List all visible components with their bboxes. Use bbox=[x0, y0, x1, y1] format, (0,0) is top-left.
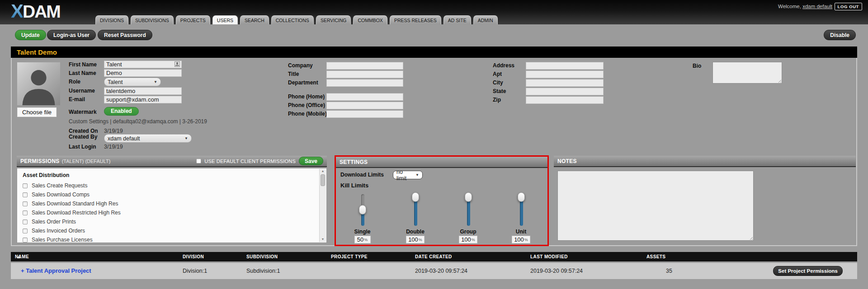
tab-collections[interactable]: COLLECTIONS bbox=[271, 15, 314, 24]
permissions-title: PERMISSIONS bbox=[20, 158, 60, 164]
email-label: E-mail bbox=[69, 96, 85, 103]
last-name-input[interactable] bbox=[104, 69, 182, 77]
choose-file-button[interactable]: Choose file bbox=[17, 107, 57, 117]
permission-item: Sales Download Restricted High Res bbox=[23, 210, 321, 216]
role-select[interactable]: Talent ▼ bbox=[104, 78, 161, 86]
tab-commbox[interactable]: COMMBOX bbox=[353, 15, 387, 24]
column-assets[interactable]: ASSETS bbox=[646, 252, 665, 261]
slider-handle[interactable] bbox=[465, 192, 472, 202]
address-input[interactable] bbox=[526, 62, 604, 70]
project-name-link[interactable]: + Talent Approval Project bbox=[21, 263, 91, 279]
download-limits-label: Download Limits bbox=[340, 172, 384, 178]
permission-label: Sales Download Comps bbox=[32, 191, 90, 198]
scroll-up-icon[interactable]: ▲ bbox=[320, 169, 326, 173]
column-project-type[interactable]: PROJECT TYPE bbox=[331, 252, 368, 261]
permission-checkbox[interactable] bbox=[23, 238, 28, 242]
last-login-value: 3/19/19 bbox=[104, 144, 123, 150]
welcome-text: Welcome, xdam default bbox=[778, 4, 832, 9]
download-limits-select[interactable]: no limit ▼ bbox=[393, 171, 423, 179]
permission-label: Sales Order Prints bbox=[32, 219, 76, 225]
nav-tabs: DIVISIONS SUBDIVISIONS PROJECTS USERS SE… bbox=[95, 15, 498, 24]
created-on-label: Created On bbox=[69, 128, 98, 134]
percent-sign: % bbox=[419, 238, 422, 242]
department-input[interactable] bbox=[326, 79, 403, 87]
watermark-enabled-badge[interactable]: Enabled bbox=[104, 107, 139, 116]
permission-checkbox[interactable] bbox=[23, 192, 28, 197]
phone-office-label: Phone (Office) bbox=[288, 102, 325, 108]
notes-title: NOTES bbox=[557, 158, 577, 164]
username-input[interactable] bbox=[104, 87, 182, 95]
dropdown-arrow-icon: ▼ bbox=[184, 136, 188, 140]
permissions-panel-header: PERMISSIONS (TALENT) (DEFAULT) USE DEFAU… bbox=[17, 156, 327, 167]
reset-password-button[interactable]: Reset Password bbox=[98, 30, 152, 40]
welcome-prefix: Welcome, bbox=[778, 4, 801, 9]
created-by-select[interactable]: xdam default ▼ bbox=[104, 134, 192, 143]
city-input[interactable] bbox=[526, 79, 604, 87]
slider-value-input[interactable]: 100% bbox=[459, 236, 477, 243]
slider-handle[interactable] bbox=[518, 192, 525, 202]
slider-value-input[interactable]: 100% bbox=[512, 236, 530, 243]
notes-panel: NOTES bbox=[554, 156, 856, 243]
notes-textarea[interactable] bbox=[558, 171, 753, 240]
apt-input[interactable] bbox=[526, 70, 604, 78]
bio-textarea[interactable] bbox=[713, 62, 782, 83]
tab-projects[interactable]: PROJECTS bbox=[176, 15, 210, 24]
slider-value-input[interactable]: 50% bbox=[354, 236, 371, 243]
kill-limit-single: Single 50% bbox=[336, 192, 389, 243]
company-input[interactable] bbox=[326, 62, 403, 70]
zip-input[interactable] bbox=[526, 96, 604, 104]
created-by-selected-value: xdam default bbox=[108, 135, 140, 142]
permission-checkbox[interactable] bbox=[23, 228, 28, 233]
column-division[interactable]: DIVISION bbox=[183, 252, 204, 261]
permission-checkbox[interactable] bbox=[23, 219, 28, 224]
save-permissions-button[interactable]: Save bbox=[299, 157, 323, 165]
tab-admin[interactable]: ADMIN bbox=[473, 15, 498, 24]
tab-search[interactable]: SEARCH bbox=[240, 15, 269, 24]
permission-checkbox[interactable] bbox=[23, 183, 28, 188]
permissions-panel: PERMISSIONS (TALENT) (DEFAULT) USE DEFAU… bbox=[17, 156, 327, 243]
permission-checkbox[interactable] bbox=[23, 210, 28, 215]
tab-press-releases[interactable]: PRESS RELEASES bbox=[390, 15, 441, 24]
tab-divisions[interactable]: DIVISIONS bbox=[95, 15, 128, 24]
current-user-link[interactable]: xdam default bbox=[802, 4, 832, 9]
use-default-permissions-checkbox[interactable] bbox=[196, 158, 201, 163]
slider-handle[interactable] bbox=[412, 192, 419, 202]
slider-handle[interactable] bbox=[359, 205, 366, 214]
download-limits-selected-value: no limit bbox=[396, 169, 413, 182]
permissions-scrollbar[interactable]: ▲ ▼ bbox=[319, 169, 326, 242]
first-name-input[interactable] bbox=[104, 61, 182, 68]
set-project-permissions-button[interactable]: Set Project Permissions bbox=[773, 266, 843, 276]
column-date-created[interactable]: DATE CREATED bbox=[415, 252, 452, 261]
column-subdivision[interactable]: SUBDIVISION bbox=[246, 252, 278, 261]
slider-value: 100 bbox=[461, 236, 471, 243]
projects-table-header: NAME▲ DIVISION SUBDIVISION PROJECT TYPE … bbox=[11, 252, 857, 261]
slider-label: Single bbox=[354, 228, 370, 235]
tab-users[interactable]: USERS bbox=[212, 15, 238, 24]
permission-label: Sales Invoiced Orders bbox=[32, 228, 85, 234]
logout-button[interactable]: LOG OUT bbox=[835, 3, 862, 10]
update-button[interactable]: Update bbox=[15, 30, 46, 40]
tab-subdivisions[interactable]: SUBDIVISIONS bbox=[131, 15, 174, 24]
avatar-silhouette bbox=[17, 62, 60, 105]
email-input[interactable] bbox=[104, 96, 182, 103]
company-label: Company bbox=[288, 62, 313, 69]
kill-limit-unit: Unit 100% bbox=[495, 192, 547, 243]
scrollbar-thumb[interactable] bbox=[321, 174, 325, 186]
created-by-label: Created By bbox=[69, 134, 97, 140]
scroll-down-icon[interactable]: ▼ bbox=[320, 237, 326, 242]
state-input[interactable] bbox=[526, 88, 604, 95]
slider-value-input[interactable]: 100% bbox=[406, 236, 425, 243]
phone-mobile-input[interactable] bbox=[326, 110, 403, 118]
permission-group-header: Asset Distribution bbox=[23, 172, 321, 178]
column-last-modified[interactable]: LAST MODIFIED bbox=[530, 252, 568, 261]
permission-checkbox[interactable] bbox=[23, 201, 28, 206]
phone-office-input[interactable] bbox=[326, 102, 403, 109]
title-input[interactable] bbox=[326, 70, 403, 78]
phone-home-input[interactable] bbox=[326, 93, 403, 101]
user-title-bar: Talent Demo bbox=[11, 47, 857, 58]
autofill-icon[interactable] bbox=[175, 61, 180, 67]
tab-ad-site[interactable]: AD SITE bbox=[443, 15, 471, 24]
disable-button[interactable]: Disable bbox=[824, 30, 856, 40]
tab-servicing[interactable]: SERVICING bbox=[316, 15, 351, 24]
login-as-user-button[interactable]: Login-as User bbox=[47, 30, 96, 40]
